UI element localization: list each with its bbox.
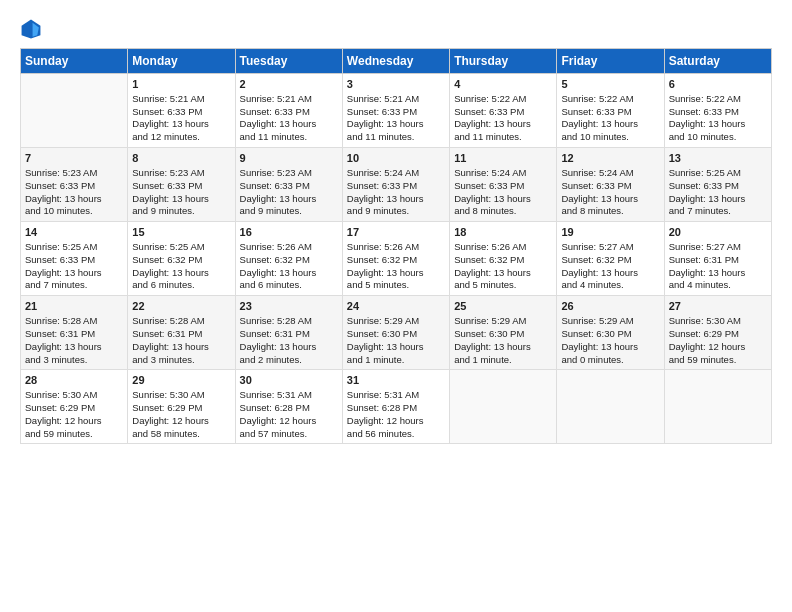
day-number: 13 bbox=[669, 151, 767, 166]
day-number: 8 bbox=[132, 151, 230, 166]
day-info-line: and 5 minutes. bbox=[454, 279, 552, 292]
day-info-line: and 6 minutes. bbox=[132, 279, 230, 292]
day-info-line: Sunset: 6:32 PM bbox=[240, 254, 338, 267]
day-info-line: and 11 minutes. bbox=[454, 131, 552, 144]
day-cell: 25Sunrise: 5:29 AMSunset: 6:30 PMDayligh… bbox=[450, 296, 557, 370]
day-cell: 29Sunrise: 5:30 AMSunset: 6:29 PMDayligh… bbox=[128, 370, 235, 444]
header-cell-thursday: Thursday bbox=[450, 49, 557, 74]
day-info-line: and 3 minutes. bbox=[25, 354, 123, 367]
day-number: 10 bbox=[347, 151, 445, 166]
day-info-line: Daylight: 12 hours bbox=[25, 415, 123, 428]
day-info-line: Sunset: 6:31 PM bbox=[25, 328, 123, 341]
day-info-line: Sunrise: 5:27 AM bbox=[669, 241, 767, 254]
day-info-line: Daylight: 13 hours bbox=[347, 267, 445, 280]
day-info-line: Daylight: 13 hours bbox=[669, 193, 767, 206]
day-info-line: Daylight: 13 hours bbox=[25, 267, 123, 280]
day-info-line: Daylight: 13 hours bbox=[561, 118, 659, 131]
day-info-line: and 7 minutes. bbox=[25, 279, 123, 292]
day-info-line: and 3 minutes. bbox=[132, 354, 230, 367]
week-row-2: 7Sunrise: 5:23 AMSunset: 6:33 PMDaylight… bbox=[21, 148, 772, 222]
day-cell: 7Sunrise: 5:23 AMSunset: 6:33 PMDaylight… bbox=[21, 148, 128, 222]
day-number: 17 bbox=[347, 225, 445, 240]
day-info-line: Sunrise: 5:21 AM bbox=[132, 93, 230, 106]
day-info-line: Sunset: 6:32 PM bbox=[347, 254, 445, 267]
day-number: 23 bbox=[240, 299, 338, 314]
day-info-line: Sunset: 6:33 PM bbox=[25, 254, 123, 267]
day-info-line: Daylight: 13 hours bbox=[25, 193, 123, 206]
day-info-line: Sunrise: 5:27 AM bbox=[561, 241, 659, 254]
day-info-line: Sunset: 6:32 PM bbox=[454, 254, 552, 267]
day-info-line: Sunrise: 5:26 AM bbox=[240, 241, 338, 254]
day-info-line: Sunrise: 5:24 AM bbox=[454, 167, 552, 180]
week-row-5: 28Sunrise: 5:30 AMSunset: 6:29 PMDayligh… bbox=[21, 370, 772, 444]
day-info-line: Sunset: 6:33 PM bbox=[669, 106, 767, 119]
day-number: 31 bbox=[347, 373, 445, 388]
day-info-line: and 6 minutes. bbox=[240, 279, 338, 292]
day-cell: 30Sunrise: 5:31 AMSunset: 6:28 PMDayligh… bbox=[235, 370, 342, 444]
day-number: 29 bbox=[132, 373, 230, 388]
day-info-line: Sunset: 6:32 PM bbox=[561, 254, 659, 267]
day-info-line: Sunset: 6:30 PM bbox=[561, 328, 659, 341]
day-number: 16 bbox=[240, 225, 338, 240]
day-info-line: Sunset: 6:33 PM bbox=[669, 180, 767, 193]
day-info-line: Sunset: 6:33 PM bbox=[240, 106, 338, 119]
day-cell: 3Sunrise: 5:21 AMSunset: 6:33 PMDaylight… bbox=[342, 74, 449, 148]
day-info-line: Sunrise: 5:30 AM bbox=[669, 315, 767, 328]
calendar-body: 1Sunrise: 5:21 AMSunset: 6:33 PMDaylight… bbox=[21, 74, 772, 444]
day-number: 9 bbox=[240, 151, 338, 166]
day-info-line: Sunset: 6:30 PM bbox=[347, 328, 445, 341]
day-info-line: and 10 minutes. bbox=[669, 131, 767, 144]
day-info-line: Sunset: 6:28 PM bbox=[347, 402, 445, 415]
day-info-line: Sunset: 6:29 PM bbox=[669, 328, 767, 341]
day-info-line: and 9 minutes. bbox=[132, 205, 230, 218]
day-info-line: and 8 minutes. bbox=[454, 205, 552, 218]
day-info-line: Daylight: 13 hours bbox=[132, 341, 230, 354]
day-info-line: and 2 minutes. bbox=[240, 354, 338, 367]
day-cell bbox=[557, 370, 664, 444]
day-number: 15 bbox=[132, 225, 230, 240]
day-info-line: and 10 minutes. bbox=[561, 131, 659, 144]
day-info-line: and 7 minutes. bbox=[669, 205, 767, 218]
day-info-line: Sunset: 6:33 PM bbox=[132, 180, 230, 193]
day-info-line: and 4 minutes. bbox=[669, 279, 767, 292]
day-cell: 14Sunrise: 5:25 AMSunset: 6:33 PMDayligh… bbox=[21, 222, 128, 296]
day-info-line: Daylight: 13 hours bbox=[454, 193, 552, 206]
calendar-header: SundayMondayTuesdayWednesdayThursdayFrid… bbox=[21, 49, 772, 74]
day-info-line: Daylight: 13 hours bbox=[132, 267, 230, 280]
day-cell: 18Sunrise: 5:26 AMSunset: 6:32 PMDayligh… bbox=[450, 222, 557, 296]
day-info-line: and 56 minutes. bbox=[347, 428, 445, 441]
day-info-line: Sunrise: 5:28 AM bbox=[25, 315, 123, 328]
day-info-line: Sunrise: 5:31 AM bbox=[240, 389, 338, 402]
day-info-line: Sunrise: 5:30 AM bbox=[25, 389, 123, 402]
day-number: 3 bbox=[347, 77, 445, 92]
day-cell: 15Sunrise: 5:25 AMSunset: 6:32 PMDayligh… bbox=[128, 222, 235, 296]
day-cell bbox=[21, 74, 128, 148]
header bbox=[20, 18, 772, 40]
calendar-table: SundayMondayTuesdayWednesdayThursdayFrid… bbox=[20, 48, 772, 444]
day-info-line: and 0 minutes. bbox=[561, 354, 659, 367]
day-info-line: Sunset: 6:33 PM bbox=[25, 180, 123, 193]
day-info-line: Sunset: 6:31 PM bbox=[132, 328, 230, 341]
day-info-line: Sunset: 6:33 PM bbox=[132, 106, 230, 119]
day-cell: 8Sunrise: 5:23 AMSunset: 6:33 PMDaylight… bbox=[128, 148, 235, 222]
day-cell: 23Sunrise: 5:28 AMSunset: 6:31 PMDayligh… bbox=[235, 296, 342, 370]
day-info-line: Daylight: 13 hours bbox=[240, 341, 338, 354]
day-number: 28 bbox=[25, 373, 123, 388]
day-info-line: Daylight: 13 hours bbox=[561, 341, 659, 354]
day-info-line: Sunrise: 5:31 AM bbox=[347, 389, 445, 402]
day-number: 7 bbox=[25, 151, 123, 166]
day-info-line: Daylight: 13 hours bbox=[669, 118, 767, 131]
day-info-line: Sunrise: 5:21 AM bbox=[240, 93, 338, 106]
day-cell bbox=[450, 370, 557, 444]
day-cell: 31Sunrise: 5:31 AMSunset: 6:28 PMDayligh… bbox=[342, 370, 449, 444]
day-info-line: Sunset: 6:29 PM bbox=[25, 402, 123, 415]
day-info-line: Sunrise: 5:23 AM bbox=[132, 167, 230, 180]
day-cell: 5Sunrise: 5:22 AMSunset: 6:33 PMDaylight… bbox=[557, 74, 664, 148]
day-info-line: Daylight: 13 hours bbox=[454, 341, 552, 354]
day-info-line: Sunrise: 5:23 AM bbox=[25, 167, 123, 180]
day-cell: 22Sunrise: 5:28 AMSunset: 6:31 PMDayligh… bbox=[128, 296, 235, 370]
day-info-line: Daylight: 12 hours bbox=[347, 415, 445, 428]
day-number: 21 bbox=[25, 299, 123, 314]
day-info-line: Sunset: 6:33 PM bbox=[561, 180, 659, 193]
day-info-line: Sunset: 6:33 PM bbox=[454, 106, 552, 119]
